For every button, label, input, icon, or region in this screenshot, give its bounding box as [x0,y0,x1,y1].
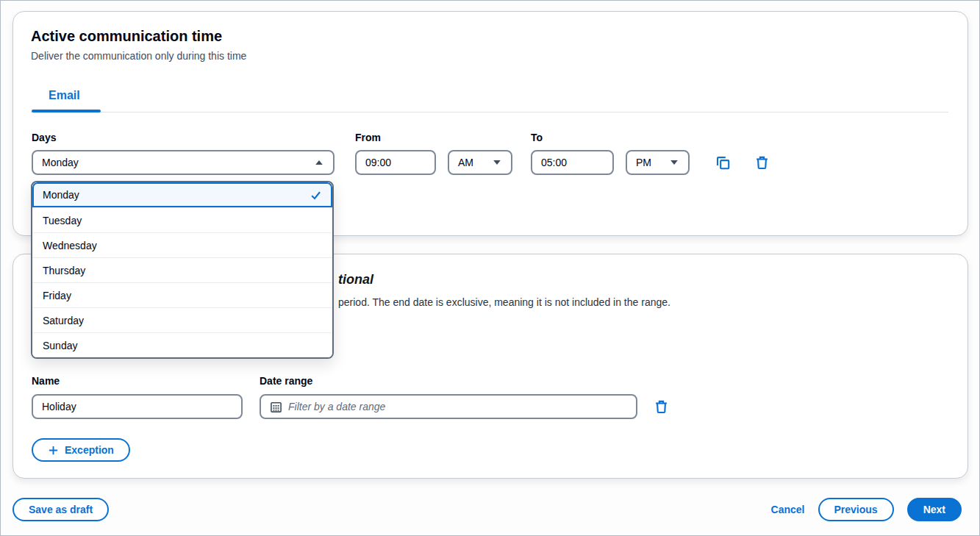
exceptions-description-fragment: period. The end date is exclusive, meani… [338,296,670,308]
days-option[interactable]: Thursday [32,257,332,282]
days-select-value: Monday [42,157,79,168]
save-as-draft-button[interactable]: Save as draft [12,498,109,521]
to-label: To [531,132,543,143]
days-option[interactable]: Monday [32,182,332,207]
days-option-label: Friday [43,290,71,301]
days-option[interactable]: Sunday [32,332,332,357]
date-range-label: Date range [260,375,312,387]
footer-actions: Cancel Previous Next [771,498,962,521]
days-option[interactable]: Friday [32,282,332,307]
caret-down-filled-icon [492,157,502,168]
cancel-button[interactable]: Cancel [771,504,805,515]
tab-email-label: Email [49,89,80,101]
trash-icon [755,156,769,170]
to-period-select[interactable]: PM [626,150,690,175]
card-subtitle: Deliver the communication only during th… [31,50,246,62]
caret-down-filled-icon [669,157,679,168]
days-option-label: Monday [43,189,79,201]
days-option-label: Sunday [43,340,77,351]
next-button[interactable]: Next [907,498,962,521]
copy-icon [716,156,730,170]
plus-icon [48,445,59,456]
days-option[interactable]: Tuesday [32,207,332,232]
save-as-draft-label: Save as draft [29,504,93,515]
next-label: Next [923,504,945,515]
exception-name-input[interactable] [32,394,243,419]
to-time-input[interactable] [531,150,614,175]
page: Active communication time Deliver the co… [0,0,980,536]
name-label: Name [32,375,60,387]
date-range-picker[interactable] [260,394,637,419]
days-option-label: Thursday [43,265,85,276]
trash-icon [654,400,668,414]
delete-exception-button[interactable] [650,396,672,418]
days-option[interactable]: Saturday [32,307,332,332]
copy-row-button[interactable] [712,151,734,174]
days-dropdown-list: Monday Tuesday Wednesday Thursday Friday… [31,181,334,359]
days-select[interactable]: Monday [32,150,335,175]
add-exception-button[interactable]: Exception [32,438,130,462]
caret-up-filled-icon [314,157,324,168]
active-tab-underline [32,110,101,112]
tabs-divider [31,112,948,112]
tab-email[interactable]: Email [49,89,80,102]
to-period-value: PM [636,157,651,168]
from-label: From [355,132,381,143]
add-exception-label: Exception [65,444,114,456]
days-label: Days [32,132,56,143]
previous-label: Previous [834,504,878,515]
days-option[interactable]: Wednesday [32,232,332,257]
wizard-footer: Save as draft Cancel Previous Next [12,498,962,521]
days-option-label: Tuesday [43,215,82,226]
delete-row-button[interactable] [751,151,773,174]
from-time-input[interactable] [355,150,436,175]
check-icon [310,189,322,201]
calendar-icon [270,401,282,413]
days-option-label: Saturday [43,315,84,326]
card-title: Active communication time [31,28,222,45]
previous-button[interactable]: Previous [818,498,894,521]
from-period-select[interactable]: AM [448,150,512,175]
from-period-value: AM [458,157,473,168]
exceptions-title-fragment: tional [338,272,373,287]
date-range-input[interactable] [288,401,627,412]
days-option-label: Wednesday [43,240,97,251]
